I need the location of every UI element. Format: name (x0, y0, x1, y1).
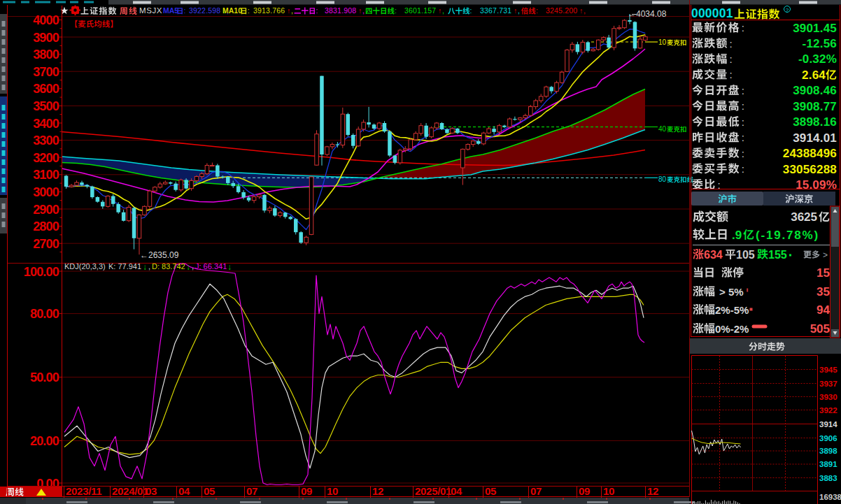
svg-text:03: 03 (146, 485, 157, 497)
svg-text:,: , (192, 262, 194, 271)
svg-text::: : (742, 100, 744, 112)
svg-text:> 5%: > 5% (719, 286, 744, 298)
svg-text:3245.200: 3245.200 (546, 6, 577, 15)
svg-text::: : (183, 6, 185, 15)
svg-text:-0.32%: -0.32% (798, 52, 837, 66)
svg-text:80: 80 (658, 175, 667, 183)
svg-text::: : (730, 53, 733, 65)
svg-text:2023/11: 2023/11 (66, 485, 101, 497)
svg-text:↑: ↑ (358, 6, 362, 15)
svg-text:↑: ↑ (438, 6, 441, 15)
svg-text:3914.01: 3914.01 (793, 131, 837, 145)
svg-text:505: 505 (810, 322, 830, 336)
svg-text:3600: 3600 (33, 82, 59, 96)
svg-text::: : (395, 6, 397, 15)
svg-text::: : (248, 6, 250, 15)
svg-text:33056288: 33056288 (783, 163, 837, 176)
svg-text:↓: ↓ (186, 262, 190, 272)
svg-text:20.00: 20.00 (30, 434, 59, 448)
svg-text:3400: 3400 (33, 117, 59, 131)
svg-text:2025/01: 2025/01 (415, 485, 451, 497)
svg-text:↑: ↑ (514, 6, 517, 15)
svg-text:↓: ↓ (143, 262, 147, 272)
svg-text:3937: 3937 (819, 380, 838, 388)
svg-text::: : (742, 163, 744, 175)
svg-text:2800: 2800 (33, 219, 59, 233)
svg-text:2.64: 2.64 (802, 69, 826, 82)
svg-text:,: , (442, 6, 444, 15)
svg-text:24388496: 24388496 (783, 147, 837, 160)
svg-text:←2635.09: ←2635.09 (140, 250, 179, 260)
svg-text:05: 05 (485, 485, 496, 497)
svg-text:2900: 2900 (33, 203, 59, 217)
svg-text:80.00: 80.00 (30, 307, 59, 321)
svg-text:15: 15 (817, 266, 830, 280)
svg-text:3000: 3000 (33, 185, 59, 199)
svg-text:10: 10 (658, 38, 667, 46)
svg-text:3831.908: 3831.908 (325, 6, 356, 15)
svg-text:D: 83.742: D: 83.742 (152, 262, 185, 271)
svg-text:3908.77: 3908.77 (793, 100, 837, 113)
svg-text:0%-2%: 0%-2% (715, 323, 749, 335)
svg-text::: : (536, 6, 538, 15)
svg-text:3601.157: 3601.157 (404, 6, 436, 15)
svg-text:09: 09 (579, 485, 590, 497)
svg-text:3922.598: 3922.598 (189, 6, 220, 15)
svg-text:K: 77.941: K: 77.941 (108, 262, 141, 271)
svg-text:3914: 3914 (819, 420, 838, 429)
svg-text:,: , (362, 6, 365, 15)
svg-text:.9: .9 (732, 229, 742, 242)
svg-text:155: 155 (768, 249, 787, 261)
svg-text:MA5: MA5 (163, 6, 178, 15)
svg-text:16938: 16938 (819, 493, 841, 501)
svg-text:(-19.78%): (-19.78%) (756, 229, 819, 242)
svg-text:3100: 3100 (33, 168, 59, 182)
svg-text:4000: 4000 (33, 13, 59, 27)
svg-text:KDJ(20,3,3): KDJ(20,3,3) (64, 262, 106, 271)
svg-text:↑: ↑ (287, 6, 290, 15)
svg-text:4034.08: 4034.08 (636, 9, 667, 19)
svg-text::: : (742, 22, 744, 34)
svg-text:-12.56: -12.56 (803, 37, 837, 50)
svg-text:100.00: 100.00 (24, 265, 59, 279)
svg-text:12: 12 (372, 485, 383, 497)
svg-text:12: 12 (647, 485, 658, 497)
svg-text:94: 94 (817, 303, 830, 317)
svg-text:04: 04 (451, 485, 462, 497)
svg-text:↑: ↑ (579, 6, 583, 15)
svg-text:3898: 3898 (819, 447, 838, 455)
svg-text:10: 10 (327, 485, 338, 497)
svg-text:05: 05 (204, 485, 215, 497)
svg-text:,: , (584, 6, 586, 15)
svg-text:3945: 3945 (819, 366, 838, 374)
svg-text:3625: 3625 (791, 210, 817, 224)
svg-text:35: 35 (817, 285, 830, 298)
svg-text:3500: 3500 (33, 99, 59, 113)
svg-text::: : (717, 179, 720, 191)
svg-text:04: 04 (178, 485, 190, 497)
svg-text:3367.731: 3367.731 (480, 6, 511, 15)
svg-text:15.09%: 15.09% (796, 178, 837, 192)
svg-text:,: , (518, 6, 520, 15)
svg-text:↓: ↓ (227, 262, 232, 272)
svg-text:2700: 2700 (33, 237, 59, 251)
svg-text::: : (742, 85, 744, 96)
svg-text:3908.46: 3908.46 (793, 84, 837, 97)
svg-text:07: 07 (246, 485, 257, 497)
svg-text:3913.766: 3913.766 (253, 6, 285, 15)
svg-text:634: 634 (704, 249, 723, 261)
svg-text:MSJX: MSJX (139, 6, 162, 15)
svg-text:3901.45: 3901.45 (793, 22, 837, 35)
svg-text:3883: 3883 (819, 474, 838, 482)
svg-text:50.00: 50.00 (30, 370, 59, 384)
svg-text:3200: 3200 (33, 151, 59, 165)
svg-text:,: , (148, 262, 150, 271)
svg-text:3891: 3891 (819, 460, 838, 468)
svg-text:MA10: MA10 (222, 6, 242, 15)
svg-text:3930: 3930 (819, 393, 838, 401)
svg-text:3900: 3900 (33, 31, 59, 45)
svg-text:2%-5%: 2%-5% (715, 304, 749, 316)
svg-text:3922: 3922 (819, 406, 838, 415)
svg-text:40: 40 (658, 125, 667, 133)
svg-text:3300: 3300 (33, 134, 59, 147)
